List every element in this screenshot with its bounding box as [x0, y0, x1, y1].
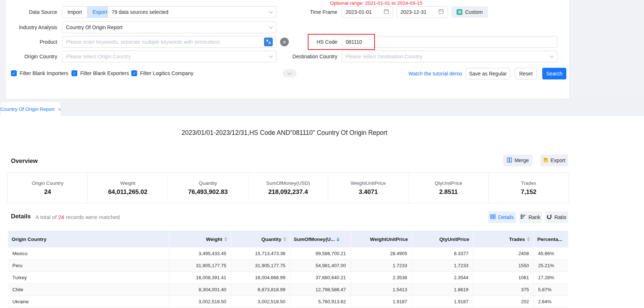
cell-sum: 12,798,586.47: [290, 284, 350, 296]
cell-origin: Turkey: [8, 272, 169, 284]
ratio-pie-icon: [547, 214, 552, 221]
optional-range-text: Optional range: 2021-01-01 to 2024-03-15: [330, 0, 422, 6]
destination-country-label: Destination Country: [276, 51, 337, 62]
overview-heading: Overview: [11, 157, 38, 164]
merge-label: Merge: [515, 157, 529, 163]
checkbox-label: Filter Blank Exporters: [80, 70, 129, 76]
filter-panel: Data Source Import Export 79 data source…: [6, 0, 569, 98]
col-weight-unit-price: WeightUnitPrice: [350, 231, 412, 247]
product-input[interactable]: [66, 36, 261, 47]
cell-sum: 54,981,407.00: [290, 260, 350, 272]
sort-icon[interactable]: [527, 237, 530, 241]
industry-analysis-value: Country Of Origin Report: [66, 24, 123, 30]
filter-blank-exporters-checkbox[interactable]: ✓ Filter Blank Exporters: [71, 70, 129, 76]
data-sources-dropdown[interactable]: 79 data sources selected: [108, 6, 276, 18]
rank-chart-icon: [521, 214, 526, 220]
cell-percent: 2.64%: [534, 296, 568, 308]
cell-percent: 25.21%: [534, 260, 568, 272]
cell-wup: 1.5413: [350, 284, 412, 296]
custom-range-button[interactable]: ⌘ Custom: [451, 6, 488, 18]
export-button[interactable]: Export: [540, 155, 568, 166]
export-file-icon: [543, 157, 548, 164]
cell-wup: 1.9187: [350, 296, 412, 308]
chevron-down-icon: [287, 71, 291, 75]
cell-quantity: 31,905,177.75: [231, 260, 290, 272]
view-label: Ratio: [554, 214, 566, 220]
view-rank-button[interactable]: Rank: [519, 211, 542, 223]
overview-stats-card: Origin Country 24 Weight 64,011,265.02 Q…: [7, 172, 569, 203]
end-date-input[interactable]: 2023-12-31: [396, 6, 448, 18]
col-quantity[interactable]: Quantity: [231, 231, 290, 247]
search-button[interactable]: Search: [542, 68, 566, 79]
col-weight[interactable]: Weight: [169, 231, 231, 247]
sort-icon[interactable]: [283, 237, 286, 241]
cell-trades: 1061: [473, 272, 534, 284]
view-details-button[interactable]: Details: [488, 211, 516, 223]
report-panel: 2023/01/01-2023/12/31,HS Code AND"081110…: [0, 116, 644, 308]
stat-quantity: Quantity 76,493,902.83: [168, 173, 248, 203]
cell-trades: 1550: [473, 260, 534, 272]
records-summary: A total of24records were matched: [35, 213, 120, 222]
table-row-peru[interactable]: Peru 31,905,177.75 31,905,177.75 54,981,…: [8, 260, 568, 272]
chevron-down-icon: [550, 54, 554, 58]
col-percentage: Percenta...: [534, 231, 568, 247]
table-row-chile[interactable]: Chile 8,304,001.40 6,873,818.99 12,798,5…: [8, 284, 568, 296]
checkbox-checked-icon: ✓: [71, 70, 77, 76]
industry-analysis-label: Industry Analysis: [6, 22, 57, 33]
cell-qup: 1.7233: [412, 260, 473, 272]
translate-icon[interactable]: [264, 38, 273, 46]
export-label: Export: [551, 157, 565, 163]
tab-country-of-origin-report[interactable]: Country Of Origin Report ×: [1, 102, 61, 116]
cell-weight: 31,905,177.75: [169, 260, 231, 272]
origin-country-placeholder: Please select Origin Country: [66, 54, 131, 59]
cell-percent: 5.87%: [534, 284, 568, 296]
reset-button[interactable]: Reset: [515, 68, 537, 79]
filter-blank-importers-checkbox[interactable]: ✓ Filter Blank Importers: [11, 70, 68, 76]
origin-country-label: Origin Country: [6, 51, 57, 62]
cell-origin: Chile: [8, 284, 169, 296]
checkbox-label: Filter Logitics Company: [140, 70, 193, 76]
data-source-toggle: Import Export: [62, 6, 113, 18]
cell-quantity: 16,004,666.99: [231, 272, 290, 284]
import-toggle-button[interactable]: Import: [62, 7, 87, 17]
sort-icon-active-desc[interactable]: [337, 237, 340, 241]
view-ratio-button[interactable]: Ratio: [545, 211, 568, 223]
cell-qup: 1.8619: [412, 284, 473, 296]
cell-weight: 3,002,518.50: [169, 296, 231, 308]
col-trades[interactable]: Trades: [473, 231, 534, 247]
chevron-down-icon: [269, 54, 273, 58]
filter-logitics-company-checkbox[interactable]: ✓ Filter Logitics Company: [131, 70, 193, 76]
cell-weight: 3,495,433.45: [169, 247, 231, 260]
save-as-regular-button[interactable]: Save as Regular: [466, 68, 510, 79]
close-icon[interactable]: ×: [58, 106, 61, 112]
merge-button[interactable]: Merge: [503, 155, 532, 166]
table-row-mexico[interactable]: Mexico 3,495,433.45 15,713,473.36 99,586…: [8, 247, 568, 260]
report-title: 2023/01/01-2023/12/31,HS Code AND"081110…: [0, 129, 569, 137]
tutorial-demo-link[interactable]: Watch the tutorial demo: [408, 68, 462, 79]
cell-wup: 1.7233: [350, 260, 412, 272]
collapse-filters-button[interactable]: [283, 69, 296, 77]
col-qty-unit-price: QtyUnitPrice: [412, 231, 473, 247]
cell-percent: 17.28%: [534, 272, 568, 284]
sort-icon[interactable]: [224, 237, 227, 241]
start-date-input[interactable]: 2023-01-01: [342, 6, 393, 18]
data-sources-value: 79 data sources selected: [112, 9, 168, 15]
col-origin-country: Origin Country: [8, 231, 169, 247]
calendar-icon: [438, 9, 444, 15]
destination-country-select[interactable]: Please select Destination Country: [342, 51, 557, 62]
checkbox-checked-icon: ✓: [11, 70, 17, 76]
industry-analysis-dropdown[interactable]: Country Of Origin Report: [62, 22, 276, 33]
details-heading: Details: [11, 213, 31, 220]
cell-sum: 5,760,913.82: [290, 296, 350, 308]
table-view-icon: [490, 214, 496, 220]
checkbox-label: Filter Blank Importers: [20, 70, 68, 76]
table-row-turkey[interactable]: Turkey 16,008,391.41 16,004,666.99 37,68…: [8, 272, 568, 284]
view-label: Details: [498, 214, 514, 220]
stat-weight: Weight 64,011,265.02: [88, 173, 168, 203]
hs-code-input[interactable]: [346, 36, 553, 47]
col-sum-of-money[interactable]: SumOfMoney(U...: [290, 231, 350, 247]
summary-suffix: records were matched: [66, 214, 120, 220]
table-row-ukraine[interactable]: Ukraine 3,002,518.50 3,002,518.50 5,760,…: [8, 296, 568, 308]
cell-wup: 2.3538: [350, 272, 412, 284]
origin-country-select[interactable]: Please select Origin Country: [62, 51, 276, 62]
